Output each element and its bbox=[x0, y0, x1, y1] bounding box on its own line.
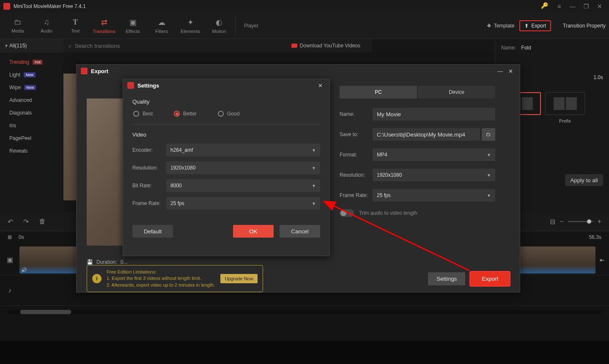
separator bbox=[235, 16, 236, 36]
folder-icon: 🗀 bbox=[486, 131, 491, 137]
chevron-down-icon: ▼ bbox=[312, 201, 316, 206]
property-panel-title: Transition Property bbox=[563, 23, 606, 29]
encoder-select[interactable]: h264_amf▼ bbox=[166, 144, 320, 156]
cancel-button[interactable]: Cancel bbox=[280, 225, 320, 238]
motion-icon: ◐ bbox=[216, 18, 222, 27]
save-icon: 💾 bbox=[87, 259, 93, 265]
chevron-down-icon: ▼ bbox=[312, 166, 316, 170]
chevron-down-icon: ▾ bbox=[5, 43, 8, 49]
ok-button[interactable]: OK bbox=[233, 225, 274, 238]
duration-value: 1.0s bbox=[593, 74, 603, 80]
chevron-down-icon: ▼ bbox=[487, 153, 491, 157]
close-button[interactable]: ✕ bbox=[505, 66, 516, 76]
menu-icon[interactable]: ≡ bbox=[553, 0, 565, 12]
time-end: 56.3s bbox=[589, 234, 601, 240]
sidebar-item-pagepeel[interactable]: PagePeel bbox=[0, 132, 63, 145]
apply-to-all-button[interactable]: Apply to all bbox=[565, 174, 603, 186]
quality-good-radio[interactable]: Good bbox=[218, 111, 239, 117]
save-to-label: Save to: bbox=[340, 131, 373, 137]
settings-button[interactable]: Settings bbox=[428, 272, 465, 285]
resolution-label: Resolution: bbox=[132, 165, 166, 171]
tab-media[interactable]: 🗀Media bbox=[3, 14, 32, 38]
timeline-options-button[interactable]: ⇤ bbox=[595, 257, 609, 263]
export-tab-pc[interactable]: PC bbox=[340, 86, 417, 99]
sidebar-item-trending[interactable]: TrendingHot bbox=[0, 56, 63, 68]
free-line1: 1. Export the first 3 videos without len… bbox=[107, 276, 201, 281]
undo-button[interactable]: ↶ bbox=[8, 218, 13, 226]
name-input[interactable] bbox=[373, 108, 495, 120]
browse-button[interactable]: 🗀 bbox=[482, 128, 495, 141]
sidebar-item-iris[interactable]: Iris bbox=[0, 119, 63, 132]
search-input[interactable] bbox=[75, 43, 146, 49]
chevron-down-icon: ▼ bbox=[487, 193, 491, 198]
format-select[interactable]: MP4▼ bbox=[373, 148, 495, 161]
export-dialog-title: Export bbox=[91, 68, 495, 74]
template-button[interactable]: ❖Template bbox=[487, 23, 515, 29]
time-start: 0s bbox=[19, 234, 24, 240]
layers-icon: ❖ bbox=[487, 23, 491, 29]
sidebar-header[interactable]: ▾ All(115) bbox=[0, 39, 63, 52]
music-icon: ♫ bbox=[44, 18, 49, 27]
add-track-icon[interactable]: ⊞ bbox=[8, 234, 12, 240]
sidebar-item-diagonals[interactable]: Diagonals bbox=[0, 107, 63, 119]
close-button[interactable]: ✕ bbox=[315, 80, 325, 90]
transition-name-value: Fold bbox=[521, 45, 531, 51]
text-icon: 𝐓 bbox=[73, 18, 78, 27]
download-youtube-button[interactable]: Download YouTube Videos bbox=[291, 43, 367, 49]
tab-motion[interactable]: ◐Motion bbox=[205, 14, 233, 38]
save-to-input[interactable] bbox=[373, 128, 480, 141]
upgrade-button[interactable]: Upgrade Now bbox=[220, 274, 257, 283]
fit-button[interactable]: ⊟ bbox=[550, 218, 555, 226]
sidebar-item-wipe[interactable]: WipeNew bbox=[0, 81, 63, 94]
mode-card-prefix[interactable] bbox=[545, 92, 585, 115]
sidebar-item-light[interactable]: LightNew bbox=[0, 68, 63, 81]
badge-new: New bbox=[24, 72, 36, 77]
zoom-out-button[interactable]: − bbox=[560, 218, 563, 225]
trim-audio-toggle[interactable] bbox=[340, 209, 354, 217]
delete-button[interactable]: 🗑 bbox=[39, 218, 46, 225]
close-button[interactable]: ✕ bbox=[594, 0, 606, 12]
tab-transitions[interactable]: ⇄Transitions bbox=[90, 14, 118, 38]
key-icon[interactable]: 🔑 bbox=[538, 0, 551, 12]
player-label: Player bbox=[244, 23, 258, 29]
quality-better-radio[interactable]: Better bbox=[174, 111, 197, 117]
export-tab-device[interactable]: Device bbox=[418, 86, 495, 99]
zoom-in-button[interactable]: + bbox=[598, 218, 601, 225]
chevron-down-icon: ▼ bbox=[487, 173, 491, 178]
bitrate-select[interactable]: 8000▼ bbox=[166, 179, 320, 192]
zoom-slider[interactable] bbox=[568, 221, 593, 222]
chevron-down-icon: ▼ bbox=[312, 148, 316, 153]
sidebar: ▾ All(115) TrendingHot LightNew WipeNew … bbox=[0, 39, 63, 212]
quality-best-radio[interactable]: Best bbox=[133, 111, 153, 117]
tab-text[interactable]: 𝐓Text bbox=[61, 14, 90, 38]
framerate-select[interactable]: 25 fps▼ bbox=[373, 189, 495, 202]
transitions-icon: ⇄ bbox=[101, 18, 107, 27]
maximize-button[interactable]: ❐ bbox=[580, 0, 592, 12]
upload-icon: ⬆ bbox=[524, 23, 529, 29]
settings-dialog-title: Settings bbox=[137, 82, 315, 89]
tab-elements[interactable]: ✦Elements bbox=[176, 14, 205, 38]
free-edition-notice: i Free Edition Limitations: 1. Export th… bbox=[87, 265, 263, 292]
framerate-select[interactable]: 25 fps▼ bbox=[166, 197, 320, 210]
export-button-top[interactable]: ⬆Export bbox=[519, 20, 551, 31]
tab-filters[interactable]: ☁Filters bbox=[147, 14, 176, 38]
separator bbox=[132, 124, 320, 125]
minimize-button[interactable]: — bbox=[567, 0, 579, 12]
sidebar-item-advanced[interactable]: Advanced bbox=[0, 94, 63, 107]
sidebar-item-reveals[interactable]: Reveals bbox=[0, 145, 63, 157]
default-button[interactable]: Default bbox=[132, 225, 173, 238]
tab-effects[interactable]: ▣Effects bbox=[118, 14, 147, 38]
framerate-label: Frame Rate: bbox=[132, 200, 166, 206]
resolution-select[interactable]: 1920x1080▼ bbox=[166, 161, 320, 174]
settings-dialog: Settings ✕ Quality Best Better Good Vide… bbox=[123, 79, 330, 256]
redo-button[interactable]: ↷ bbox=[23, 218, 29, 226]
tab-audio[interactable]: ♫Audio bbox=[32, 14, 61, 38]
resolution-select[interactable]: 1920x1080▼ bbox=[373, 169, 495, 181]
export-final-button[interactable]: Export bbox=[470, 272, 510, 286]
minimize-button[interactable]: — bbox=[495, 66, 505, 76]
app-icon bbox=[127, 82, 134, 89]
free-title: Free Edition Limitations: bbox=[107, 269, 215, 275]
filters-icon: ☁ bbox=[158, 18, 165, 27]
elements-icon: ✦ bbox=[187, 18, 194, 27]
timeline-scrollbar[interactable] bbox=[8, 310, 601, 314]
